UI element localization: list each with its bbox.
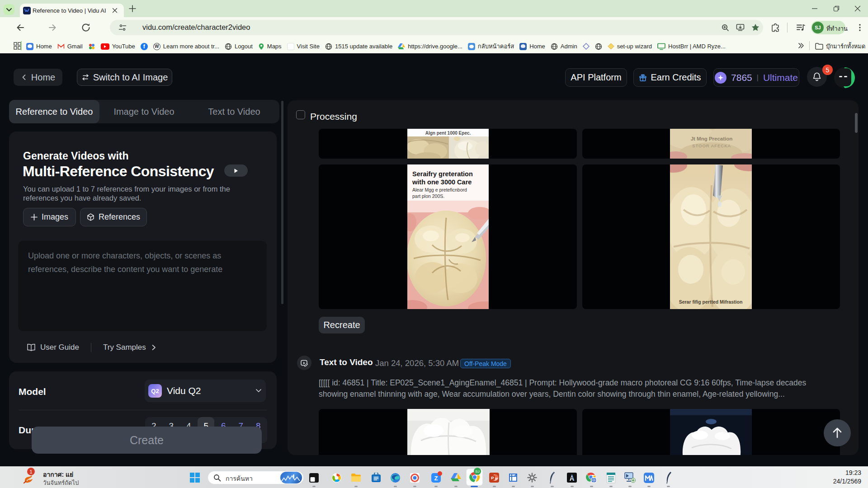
svg-text:Alear Mgg e preteficnbord: Alear Mgg e preteficnbord (412, 187, 467, 192)
svg-text:part plon 200S.: part plon 200S. (412, 193, 444, 199)
svg-text:Serar fifig pertted Mifrastion: Serar fifig pertted Mifrastion (679, 299, 743, 305)
svg-text:P: P (491, 475, 494, 480)
svg-text:Jt Mng Precation: Jt Mng Precation (691, 136, 733, 141)
svg-text:Algn pent 1000 Epec.: Algn pent 1000 Epec. (425, 131, 471, 136)
svg-text:STOOR AFECKA: STOOR AFECKA (692, 143, 731, 148)
svg-text:with one 3000 Care: with one 3000 Care (412, 178, 472, 186)
svg-text:Z: Z (434, 475, 438, 482)
svg-text:Seraifry greteration: Seraifry greteration (412, 170, 473, 178)
